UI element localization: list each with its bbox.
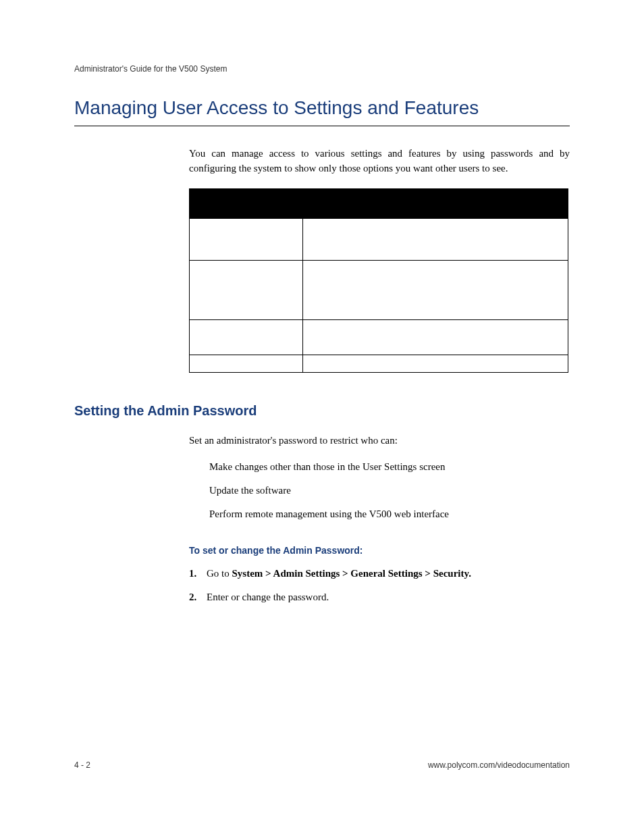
list-item: Perform remote management using the V500… [209,507,570,521]
step-number: 2. [189,590,207,604]
main-heading: Managing User Access to Settings and Fea… [74,97,570,126]
list-item: Update the software [209,484,570,498]
procedure-heading: To set or change the Admin Password: [189,545,570,556]
list-item: Make changes other than those in the Use… [209,460,570,474]
access-table [189,188,568,373]
section-heading: Setting the Admin Password [74,403,570,419]
table-row [189,261,568,320]
list-item: 2. Enter or change the password. [189,590,570,604]
table-header-col1 [189,188,302,219]
numbered-list: 1. Go to System > Admin Settings > Gener… [189,567,570,604]
step-text: Enter or change the password. [207,590,570,604]
step-text: Go to System > Admin Settings > General … [207,567,570,581]
intro-paragraph: You can manage access to various setting… [189,147,570,176]
table-header-col2 [302,188,568,219]
list-item: 1. Go to System > Admin Settings > Gener… [189,567,570,581]
running-header: Administrator's Guide for the V500 Syste… [74,64,570,74]
page-number: 4 - 2 [74,760,90,770]
footer-url: www.polycom.com/videodocumentation [428,760,570,770]
table-row [189,320,568,355]
step-number: 1. [189,567,207,581]
section-intro: Set an administrator's password to restr… [189,434,570,448]
table-row [189,355,568,373]
page-footer: 4 - 2 www.polycom.com/videodocumentation [74,760,570,770]
table-row [189,219,568,261]
bullet-list: Make changes other than those in the Use… [209,460,570,521]
